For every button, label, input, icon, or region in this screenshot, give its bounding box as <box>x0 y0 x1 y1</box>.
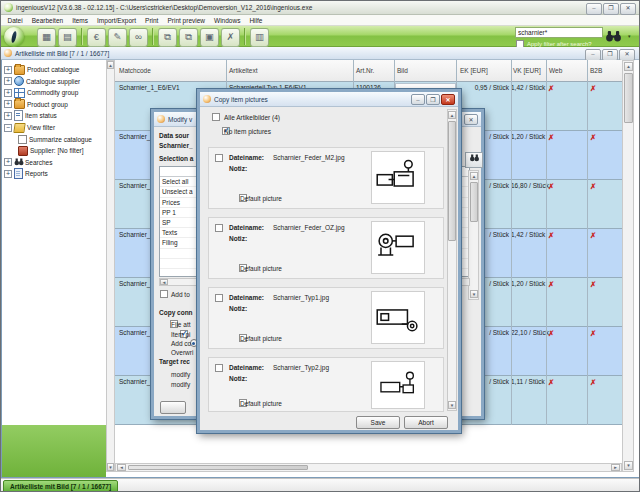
checkbox-icon[interactable] <box>18 135 27 144</box>
column-header-artikeltext[interactable]: Artikeltext <box>229 67 258 74</box>
dateiname-label: Dateiname: <box>229 294 264 301</box>
modify-partial-button[interactable] <box>160 401 186 414</box>
item-list-icon[interactable]: ▤ <box>58 28 77 47</box>
sidebar-item-reports[interactable]: + Reports <box>4 168 48 179</box>
menu-datei[interactable]: Datei <box>3 17 27 24</box>
expander-icon[interactable]: + <box>4 100 12 108</box>
menu-hilfe[interactable]: Hilfe <box>245 17 267 24</box>
abort-button[interactable]: Abort <box>404 416 448 429</box>
column-header-ek[interactable]: EK [EUR] <box>460 67 488 74</box>
product-table-icon[interactable]: ▦ <box>37 28 56 47</box>
picture-select-checkbox[interactable] <box>215 224 223 232</box>
column-header-vk[interactable]: VK [EUR] <box>513 67 541 74</box>
dialog-vscrollbar[interactable]: ▲ ▼ <box>447 109 457 411</box>
save-button[interactable]: Save <box>356 416 400 429</box>
search-input[interactable] <box>515 27 603 38</box>
expander-icon[interactable]: + <box>4 89 12 97</box>
sidebar-item-commodity-group[interactable]: + Commodity group <box>4 87 78 98</box>
sidebar-item-summarize-catalogue[interactable]: Summarize catalogue <box>18 134 92 145</box>
dialog-close-button[interactable]: ✕ <box>441 94 455 105</box>
menu-bearbeiten[interactable]: Bearbeiten <box>27 17 67 24</box>
scroll-up-icon[interactable]: ▲ <box>624 62 633 71</box>
picture-thumbnail <box>371 221 425 274</box>
scroll-right-icon[interactable]: ► <box>611 464 620 471</box>
report-icon <box>14 168 23 179</box>
sidebar-item-searches[interactable]: + Searches <box>4 157 52 168</box>
edit-item-icon[interactable]: ✎ <box>108 28 127 47</box>
scroll-left-icon[interactable]: ◄ <box>117 464 126 471</box>
column-header-bild[interactable]: Bild <box>397 67 408 74</box>
table-hscrollbar[interactable]: ◄ ► <box>115 463 622 472</box>
dialog-restore-button[interactable]: ❐ <box>426 94 440 105</box>
scroll-down-icon[interactable]: ▼ <box>107 463 114 471</box>
scroll-up-icon[interactable]: ▲ <box>107 61 114 69</box>
selection-label: Selection a <box>159 155 193 162</box>
sidebar-item-item-status[interactable]: + Item status <box>4 110 57 121</box>
paste-icon[interactable]: ⧉ <box>179 28 198 47</box>
sidebar-item-product-group[interactable]: + Product group <box>4 99 68 110</box>
scroll-left-icon[interactable]: ◄ <box>160 279 168 285</box>
column-header-b2b[interactable]: B2B <box>590 67 602 74</box>
scroll-up-icon[interactable]: ▲ <box>470 172 478 180</box>
euro-icon[interactable]: € <box>87 28 106 47</box>
data-source-label: Data sour <box>159 132 189 139</box>
menu-print[interactable]: Print <box>141 17 163 24</box>
expander-icon[interactable]: + <box>4 170 12 178</box>
column-header-web[interactable]: Web <box>549 67 562 74</box>
expander-icon[interactable]: + <box>4 66 12 74</box>
scroll-thumb[interactable] <box>448 121 456 241</box>
close-button[interactable]: ✕ <box>620 3 636 15</box>
notiz-label: Notiz: <box>229 305 247 312</box>
menu-bar: Datei Bearbeiten Items Import/Export Pri… <box>1 15 640 26</box>
delete-icon[interactable]: ✗ <box>221 28 240 47</box>
cell-vk: 22,10 / Stück <box>511 329 544 336</box>
sidebar-item-supplier-filter[interactable]: Supplier: [No filter] <box>18 145 83 156</box>
table-window-icon[interactable]: ▥ <box>250 28 269 47</box>
notiz-label: Notiz: <box>229 375 247 382</box>
cell-matchcode: Scharnier_1_E6/EV1 <box>119 84 180 91</box>
scroll-down-icon[interactable]: ▼ <box>470 290 478 298</box>
menu-items[interactable]: Items <box>68 17 93 24</box>
scroll-down-icon[interactable]: ▼ <box>624 461 633 470</box>
add-to-label: Add to <box>171 291 190 298</box>
sidebar-item-view-filter[interactable]: − View filter <box>4 122 55 133</box>
dialog-minimize-button[interactable]: – <box>411 94 425 105</box>
save-icon[interactable]: ▣ <box>200 28 219 47</box>
menu-import-export[interactable]: Import/Export <box>93 17 141 24</box>
copy-icon[interactable]: ⧉ <box>158 28 177 47</box>
picture-select-checkbox[interactable] <box>215 294 223 302</box>
column-header-matchcode[interactable]: Matchcode <box>119 67 151 74</box>
expander-icon[interactable]: − <box>4 124 12 132</box>
link-icon[interactable]: ∞ <box>129 28 148 47</box>
sidebar-item-product-catalogue[interactable]: + Product catalogue <box>4 64 79 75</box>
all-pictures-checkbox[interactable] <box>212 113 220 121</box>
scroll-up-icon[interactable]: ▲ <box>448 111 456 119</box>
expander-icon[interactable]: + <box>4 158 12 166</box>
sidebar-scrollbar[interactable]: ▲ ▼ <box>106 60 115 472</box>
picture-filename: Scharnier_Typ2.jpg <box>273 364 329 371</box>
scroll-thumb[interactable] <box>624 73 633 123</box>
add-to-checkbox[interactable] <box>160 290 168 298</box>
minimize-button[interactable]: – <box>586 3 602 15</box>
dateiname-label: Dateiname: <box>229 364 264 371</box>
sidebar-item-catalogue-supplier[interactable]: + Catalogue supplier <box>4 76 80 87</box>
search-binoculars-icon[interactable] <box>605 30 622 43</box>
column-header-artnr[interactable]: Art.Nr. <box>356 67 374 74</box>
search-dropdown-icon[interactable]: ▾ <box>628 33 631 39</box>
picture-select-checkbox[interactable] <box>215 154 223 162</box>
expander-icon[interactable]: + <box>4 112 12 120</box>
menu-print-preview[interactable]: Print preview <box>163 17 210 24</box>
restore-button[interactable]: ❐ <box>603 3 619 15</box>
picture-select-checkbox[interactable] <box>215 364 223 372</box>
list-search-binoculars-icon[interactable] <box>465 152 483 168</box>
scroll-down-icon[interactable]: ▼ <box>448 401 456 409</box>
scroll-thumb[interactable] <box>128 465 308 470</box>
scroll-thumb[interactable] <box>470 182 478 222</box>
status-badge[interactable]: Artikelliste mit Bild [7 / 1 / 16677] <box>3 480 118 492</box>
app-window: ingeniousV12 [V3.6.38 - 02.12.15] - C:\U… <box>0 0 640 492</box>
cell-vk: 16,80 / Stück <box>511 182 544 189</box>
modify-close-button[interactable]: ✕ <box>464 114 478 125</box>
menu-windows[interactable]: Windows <box>210 17 245 24</box>
expander-icon[interactable]: + <box>4 77 12 85</box>
table-vscrollbar[interactable]: ▲ ▼ <box>622 60 634 472</box>
